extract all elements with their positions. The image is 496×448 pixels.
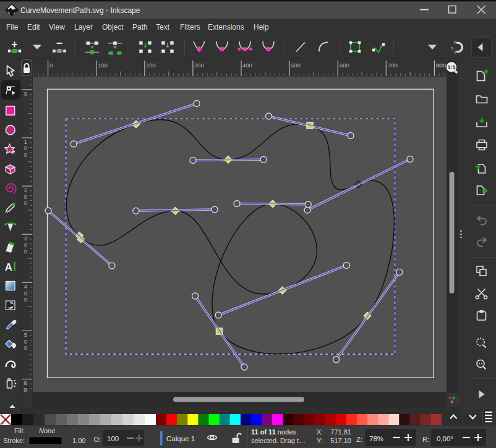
svg-text:400: 400 xyxy=(242,62,252,69)
svg-text:View: View xyxy=(49,23,65,32)
svg-text:Fill:: Fill: xyxy=(14,427,25,434)
svg-text:78%: 78% xyxy=(369,435,383,442)
svg-text:771,81: 771,81 xyxy=(330,428,351,436)
svg-text:800: 800 xyxy=(437,62,447,69)
svg-text:0: 0 xyxy=(24,200,27,206)
svg-text:1,00: 1,00 xyxy=(72,437,85,444)
svg-text:Calque 1: Calque 1 xyxy=(166,435,195,442)
svg-text:0: 0 xyxy=(24,338,27,345)
svg-text:1:1: 1:1 xyxy=(447,64,455,70)
svg-text:517,10: 517,10 xyxy=(330,437,351,444)
svg-text:0: 0 xyxy=(24,344,27,351)
svg-text:4: 4 xyxy=(24,283,27,290)
svg-text:11 of 11 nodes: 11 of 11 nodes xyxy=(251,428,296,436)
svg-text:X:: X: xyxy=(317,428,323,436)
svg-text:0: 0 xyxy=(24,242,27,248)
svg-text:200: 200 xyxy=(146,62,156,69)
svg-text:Z:: Z: xyxy=(356,436,362,443)
svg-text:600: 600 xyxy=(340,62,349,69)
svg-text:0: 0 xyxy=(24,386,27,393)
svg-text:0: 0 xyxy=(24,90,27,97)
svg-text:Object: Object xyxy=(102,23,124,32)
svg-text:Text: Text xyxy=(156,23,170,32)
svg-text:0: 0 xyxy=(24,248,27,255)
svg-text:0: 0 xyxy=(24,290,27,297)
svg-text:0: 0 xyxy=(24,145,27,151)
svg-text:0: 0 xyxy=(24,193,27,200)
svg-text:None: None xyxy=(39,427,55,434)
svg-text:A: A xyxy=(5,261,12,273)
svg-text:5: 5 xyxy=(24,331,27,338)
svg-text:CurveMovementPath.svg - Inksca: CurveMovementPath.svg - Inkscape xyxy=(20,6,140,15)
svg-text:0: 0 xyxy=(49,62,53,69)
svg-text:Stroke:: Stroke: xyxy=(3,437,25,444)
svg-text:R:: R: xyxy=(422,436,429,443)
svg-text:500: 500 xyxy=(291,62,301,69)
svg-text:700: 700 xyxy=(388,62,398,69)
svg-text:300: 300 xyxy=(194,62,204,69)
svg-text:100: 100 xyxy=(98,62,108,69)
svg-text:Extensions: Extensions xyxy=(208,23,244,32)
svg-text:File: File xyxy=(6,23,19,32)
svg-text:2: 2 xyxy=(24,187,27,193)
svg-text:0,00°: 0,00° xyxy=(437,435,453,442)
svg-text:6: 6 xyxy=(24,379,27,386)
svg-text:Path: Path xyxy=(132,23,148,32)
svg-text:Y:: Y: xyxy=(317,437,323,444)
svg-text:Edit: Edit xyxy=(27,23,40,32)
svg-text:s: s xyxy=(451,45,453,51)
svg-text:0: 0 xyxy=(24,151,27,158)
svg-text:Help: Help xyxy=(254,23,269,32)
svg-text:0: 0 xyxy=(24,296,27,303)
svg-text:100: 100 xyxy=(107,435,119,442)
svg-text:O:: O: xyxy=(93,436,101,443)
svg-text:selected. Drag t…: selected. Drag t… xyxy=(251,437,306,444)
svg-text:Layer: Layer xyxy=(74,23,93,32)
svg-text:Filters: Filters xyxy=(180,23,200,32)
svg-text:1: 1 xyxy=(24,138,27,145)
svg-text:3: 3 xyxy=(24,235,27,242)
